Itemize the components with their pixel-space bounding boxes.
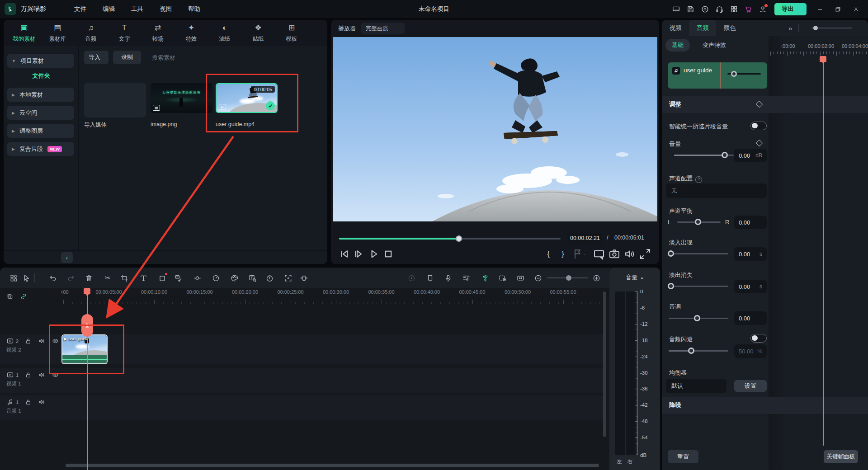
media-tab-1[interactable]: ▣我的素材 — [9, 24, 39, 43]
help-icon[interactable]: ? — [695, 176, 702, 183]
voiceover-mic-icon[interactable] — [442, 273, 454, 283]
collapse-panel-icon[interactable]: » — [788, 24, 792, 32]
menu-item[interactable]: 视图 — [153, 3, 178, 15]
record-dropdown-button[interactable]: 录制 — [113, 51, 141, 64]
save-icon[interactable] — [683, 3, 698, 15]
cart-icon[interactable] — [741, 3, 755, 15]
fit-timeline-icon[interactable] — [514, 273, 526, 283]
mask-tool-icon[interactable] — [156, 273, 168, 283]
focus-frame-icon[interactable] — [282, 273, 294, 283]
timeline-zoom-slider[interactable] — [547, 277, 588, 278]
split-scissors-icon[interactable]: ✂ — [102, 273, 113, 283]
meter-header[interactable]: 音量▲ — [609, 268, 660, 287]
timeline-clip-user-guide[interactable]: ▶user guide — [61, 334, 108, 364]
fade-out-value[interactable]: 0.00s — [734, 280, 767, 293]
ducking-toggle[interactable] — [750, 334, 767, 343]
properties-tab-2[interactable]: 音频 — [689, 20, 716, 36]
mute-speaker-icon[interactable] — [623, 247, 637, 261]
crop-icon[interactable] — [118, 273, 130, 283]
properties-subtab-2[interactable]: 变声特效 — [696, 39, 732, 52]
track-height-icon[interactable] — [298, 273, 310, 283]
text-recognition-icon[interactable] — [246, 273, 258, 283]
zoom-slider-knob[interactable] — [566, 275, 571, 281]
close-button[interactable] — [847, 2, 864, 16]
speaker-icon[interactable] — [38, 337, 46, 345]
media-item-video[interactable]: 00:00:05 ▶ — [216, 83, 278, 113]
fullscreen-icon[interactable] — [638, 247, 652, 261]
pitch-slider[interactable] — [669, 318, 728, 319]
grid-icon[interactable] — [726, 3, 741, 15]
denoise-section-header[interactable]: 降噪 — [662, 397, 868, 414]
seek-bar[interactable] — [339, 238, 561, 240]
properties-tab-3[interactable]: 颜色 — [716, 20, 743, 36]
audio-clip-chip[interactable]: user guide — [668, 62, 767, 89]
timeline-horizontal-scrollbar[interactable] — [66, 464, 599, 467]
balance-value[interactable]: 0.00 — [734, 216, 767, 229]
export-button[interactable]: 导出 — [774, 3, 807, 15]
keyframe-panel-button[interactable]: 关键帧面板 — [824, 450, 858, 463]
balance-slider[interactable] — [677, 221, 721, 223]
sidebar-group-4[interactable]: ▶调整图层 — [7, 124, 74, 138]
auto-split-icon[interactable] — [479, 273, 491, 283]
volume-value[interactable]: 0.00dB — [734, 149, 767, 162]
lock-icon[interactable] — [24, 398, 32, 406]
keyframe-zoom-slider[interactable] — [811, 28, 852, 28]
clip-volume-slider[interactable] — [727, 73, 761, 75]
fade-in-slider[interactable] — [669, 253, 728, 254]
mark-out-button[interactable]: } — [556, 247, 570, 261]
timeline-playhead-handle[interactable] — [84, 288, 90, 294]
speed-tool-icon[interactable] — [210, 273, 222, 283]
media-tab-3[interactable]: ♫音频 — [76, 24, 106, 43]
media-tab-7[interactable]: ◐滤镜 — [210, 24, 240, 43]
media-tab-4[interactable]: T文字 — [109, 24, 139, 43]
media-layout-icon[interactable] — [8, 273, 19, 283]
headset-icon[interactable] — [712, 3, 726, 15]
sidebar-group-3[interactable]: ▶云空间 — [7, 106, 74, 120]
select-tool-icon[interactable] — [20, 273, 32, 283]
zoom-in-icon[interactable] — [590, 273, 602, 283]
eye-icon[interactable] — [52, 371, 59, 379]
beat-detect-icon[interactable] — [460, 273, 472, 283]
speaker-icon[interactable] — [38, 371, 46, 379]
fade-in-value[interactable]: 0.00s — [734, 247, 767, 261]
timeline-vertical-scrollbar[interactable] — [603, 291, 606, 437]
seek-knob[interactable] — [456, 235, 462, 242]
media-tab-8[interactable]: ❖贴纸 — [243, 24, 273, 43]
color-palette-icon[interactable] — [228, 273, 240, 283]
import-dropdown-button[interactable]: 导入 — [84, 51, 108, 64]
fade-out-slider[interactable] — [669, 286, 728, 287]
media-tab-5[interactable]: ⇄转场 — [143, 24, 173, 43]
sidebar-group-1[interactable]: ▼项目素材 — [7, 54, 74, 68]
play-button[interactable] — [367, 247, 381, 261]
volume-slider[interactable] — [674, 155, 734, 156]
media-tab-6[interactable]: ✦特效 — [176, 24, 206, 43]
collapse-sidebar-button[interactable]: ‹ — [61, 252, 73, 263]
menu-item[interactable]: 工具 — [125, 3, 150, 15]
quality-dropdown[interactable]: 完整画质 — [361, 23, 405, 34]
ducking-slider[interactable] — [669, 350, 728, 352]
mark-in-button[interactable]: { — [542, 247, 555, 261]
delete-icon[interactable] — [83, 273, 94, 283]
media-tab-9[interactable]: ⊞模板 — [277, 24, 307, 43]
reset-button[interactable]: 重置 — [668, 450, 698, 463]
previous-frame-button[interactable] — [338, 247, 352, 261]
keyframe-ruler[interactable]: :00:0000:00:02:0000:00:04:00 — [769, 36, 868, 59]
eye-icon[interactable] — [52, 337, 59, 345]
sidebar-item-folder[interactable]: 文件夹 — [4, 72, 79, 80]
keyframe-playhead-handle[interactable] — [820, 56, 826, 62]
menu-item[interactable]: 文件 — [68, 3, 93, 15]
minimize-button[interactable] — [811, 2, 828, 16]
properties-subtab-1[interactable]: 基础 — [665, 39, 690, 52]
channel-config-dropdown[interactable]: 无 — [666, 183, 767, 198]
speaker-icon[interactable] — [38, 398, 46, 406]
adjust-section-header[interactable]: 调整 — [662, 96, 868, 113]
speech-to-text-icon[interactable] — [172, 273, 184, 283]
equalizer-settings-button[interactable]: 设置 — [734, 380, 767, 392]
link-icon[interactable] — [20, 293, 27, 300]
properties-tab-1[interactable]: 视频 — [662, 20, 689, 36]
marker-icon[interactable] — [424, 273, 436, 283]
undo-icon[interactable] — [47, 273, 59, 283]
second-screen-icon[interactable] — [592, 247, 606, 261]
volume-keyframe-icon[interactable] — [756, 140, 763, 147]
pitch-value[interactable]: 0.00 — [734, 311, 767, 325]
